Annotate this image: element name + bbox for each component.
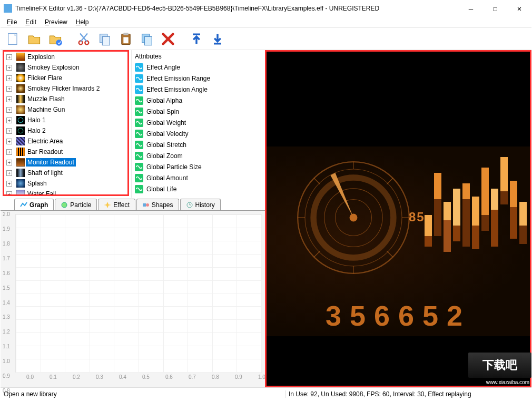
attribute-row[interactable]: Global Alpha <box>134 95 263 106</box>
import-button[interactable] <box>187 30 206 48</box>
tree-item[interactable]: + Halo 1 <box>4 115 127 125</box>
readout-number: 356652 <box>267 299 530 332</box>
tree-item[interactable]: + Shaft of light <box>4 168 127 178</box>
tree-item[interactable]: + Bar Readout <box>4 146 127 157</box>
svg-rect-5 <box>102 36 110 45</box>
tree-item-label: Smokey Explosion <box>26 63 81 72</box>
tree-item-label: Shaft of light <box>26 169 64 177</box>
expand-icon[interactable]: + <box>6 107 12 113</box>
duplicate-button[interactable] <box>137 30 156 48</box>
attribute-row[interactable]: Global Velocity <box>134 128 263 139</box>
svg-point-1 <box>56 40 62 46</box>
expand-icon[interactable]: + <box>6 65 12 71</box>
wave-icon <box>135 107 143 116</box>
effect-thumbnail <box>16 84 25 93</box>
save-button[interactable] <box>46 30 65 48</box>
expand-icon[interactable]: + <box>6 86 12 92</box>
tab-graph[interactable]: Graph <box>14 199 54 210</box>
attribute-row[interactable]: Effect Emission Range <box>134 73 263 84</box>
graph-icon <box>20 201 27 209</box>
expand-icon[interactable]: + <box>6 118 12 123</box>
graph-canvas[interactable] <box>15 214 262 373</box>
expand-icon[interactable]: + <box>6 54 12 60</box>
effect-thumbnail <box>16 53 25 61</box>
attribute-row[interactable]: Effect Emission Angle <box>134 84 263 95</box>
open-library-button[interactable] <box>25 30 44 48</box>
attribute-row[interactable]: Global Stretch <box>134 139 263 150</box>
attribute-row[interactable]: Global Weight <box>134 117 263 128</box>
attribute-row[interactable]: Global Spin <box>134 106 263 117</box>
tab-shapes[interactable]: Shapes <box>136 199 179 210</box>
paste-button[interactable] <box>116 30 135 48</box>
attribute-row[interactable]: Global Particle Size <box>134 161 263 172</box>
expand-icon[interactable]: + <box>6 160 12 165</box>
tree-item[interactable]: + Splash <box>4 178 127 189</box>
attribute-label: Effect Angle <box>146 64 180 71</box>
menu-edit[interactable]: Edit <box>21 17 41 27</box>
tree-item[interactable]: + Muzzle Flash <box>4 94 127 104</box>
attribute-label: Global Life <box>146 185 176 193</box>
expand-icon[interactable]: + <box>6 170 12 176</box>
attribute-row[interactable]: Global Amount <box>134 172 263 183</box>
svg-rect-8 <box>123 37 128 43</box>
copy-button[interactable] <box>95 30 114 48</box>
wave-icon <box>135 96 143 105</box>
tree-item-label: Muzzle Flash <box>26 95 66 103</box>
tree-item[interactable]: + Monitor Readout <box>4 157 127 168</box>
expand-icon[interactable]: + <box>6 139 12 144</box>
tree-item-label: Halo 2 <box>26 126 47 135</box>
tree-item[interactable]: + Explosion <box>4 52 127 62</box>
attribute-label: Global Alpha <box>146 97 182 104</box>
menu-help[interactable]: Help <box>72 17 93 27</box>
new-library-button[interactable] <box>4 30 23 48</box>
svg-rect-10 <box>144 36 152 45</box>
close-button[interactable]: ✕ <box>507 1 531 16</box>
preview-viewport[interactable]: 85 356652 <box>265 50 531 387</box>
expand-icon[interactable]: + <box>6 128 12 134</box>
tree-item[interactable]: + Water Fall <box>4 189 127 194</box>
svg-rect-12 <box>214 43 221 45</box>
effect-thumbnail <box>16 158 25 167</box>
attribute-label: Global Amount <box>146 174 188 182</box>
attribute-row[interactable]: Global Zoom <box>134 150 263 161</box>
status-hint: Open a new library <box>1 390 285 398</box>
tree-item[interactable]: + Flicker Flare <box>4 73 127 83</box>
minimize-button[interactable]: — <box>459 1 483 16</box>
tree-item[interactable]: + Electric Area <box>4 136 127 146</box>
tab-graph-label: Graph <box>29 201 48 209</box>
tree-item-label: Splash <box>26 179 48 188</box>
status-bar: Open a new library In Use: 92, Un Used: … <box>1 387 531 400</box>
gauge-dial <box>293 157 414 278</box>
svg-line-29 <box>387 178 393 184</box>
tree-item[interactable]: + Machine Gun <box>4 104 127 115</box>
expand-icon[interactable]: + <box>6 191 12 195</box>
menu-preview[interactable]: Preview <box>41 17 72 27</box>
tab-history[interactable]: History <box>180 199 221 210</box>
attribute-row[interactable]: Global Life <box>134 183 263 194</box>
maximize-button[interactable]: ☐ <box>483 1 507 16</box>
tree-item[interactable]: + Smokey Flicker Inwards 2 <box>4 83 127 94</box>
attribute-label: Global Particle Size <box>146 163 202 171</box>
effect-thumbnail <box>16 116 25 124</box>
tree-item-label: Smokey Flicker Inwards 2 <box>26 84 101 93</box>
attribute-label: Global Velocity <box>146 130 188 138</box>
attribute-row[interactable]: Effect Angle <box>134 62 263 73</box>
menu-file[interactable]: File <box>3 17 21 27</box>
expand-icon[interactable]: + <box>6 75 12 81</box>
tree-item[interactable]: + Smokey Explosion <box>4 62 127 73</box>
graph-panel: 0.00.10.20.30.40.50.60.70.80.91.0 0.80.9… <box>1 210 265 387</box>
tab-effect[interactable]: Effect <box>98 199 135 210</box>
tab-particle[interactable]: Particle <box>55 199 97 210</box>
expand-icon[interactable]: + <box>6 149 12 155</box>
effects-tree[interactable]: + Explosion+ Smokey Explosion+ Flicker F… <box>3 50 129 196</box>
expand-icon[interactable]: + <box>6 181 12 187</box>
tree-item[interactable]: + Halo 2 <box>4 125 127 136</box>
export-button[interactable] <box>208 30 227 48</box>
shapes-icon <box>142 201 150 209</box>
cut-button[interactable] <box>74 30 93 48</box>
delete-button[interactable] <box>159 30 178 48</box>
wave-icon <box>135 152 143 160</box>
wave-icon <box>135 119 143 127</box>
expand-icon[interactable]: + <box>6 96 12 102</box>
attributes-header: Attributes <box>134 51 263 62</box>
